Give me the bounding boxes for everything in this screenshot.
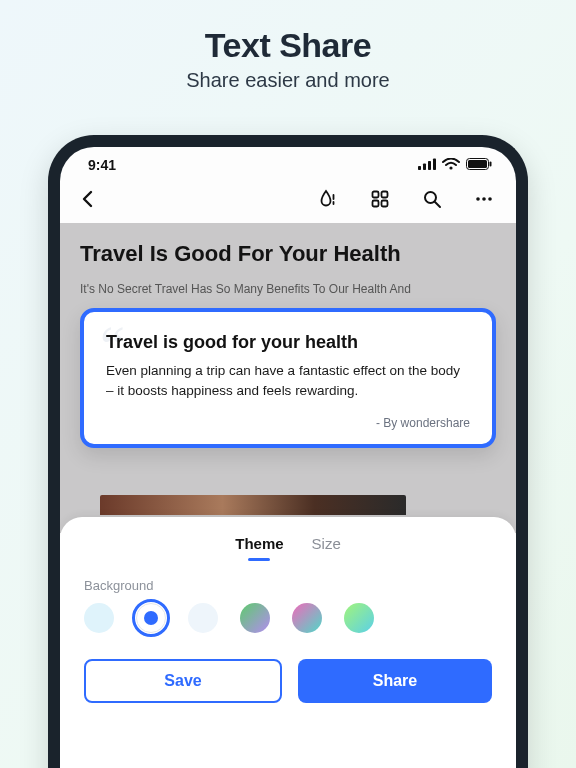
swatch-green-purple[interactable] [240,603,270,633]
svg-point-16 [476,197,480,201]
svg-rect-6 [468,160,487,168]
device-frame: 9:41 [48,135,528,768]
svg-rect-3 [433,159,436,171]
search-icon[interactable] [418,185,446,213]
quote-title: Travel is good for your health [106,332,470,353]
back-button[interactable] [74,185,102,213]
quote-body: Even planning a trip can have a fantasti… [106,361,470,402]
save-button[interactable]: Save [84,659,282,703]
svg-rect-7 [490,162,492,167]
svg-point-4 [449,166,452,169]
article-title: Travel Is Good For Your Health [80,241,496,267]
quote-attribution: - By wondershare [106,416,470,430]
svg-line-15 [435,202,440,207]
svg-rect-11 [382,192,388,198]
swatch-paleblue[interactable] [188,603,218,633]
svg-rect-1 [423,164,426,171]
wifi-icon [442,157,460,173]
share-button[interactable]: Share [298,659,492,703]
swatch-pink-teal[interactable] [292,603,322,633]
app-toolbar [60,177,516,223]
svg-rect-13 [382,201,388,207]
panel-tabs: Theme Size [84,535,492,560]
svg-rect-12 [373,201,379,207]
article-image [100,495,406,515]
signal-icon [418,157,436,173]
background-label: Background [84,578,492,593]
svg-point-17 [482,197,486,201]
article-subtitle: It's No Secret Travel Has So Many Benefi… [80,281,496,298]
ink-icon[interactable] [314,185,342,213]
svg-rect-10 [373,192,379,198]
tab-theme[interactable]: Theme [235,535,283,560]
background-swatches [84,603,492,633]
promo-title: Text Share [0,26,576,65]
tab-size[interactable]: Size [312,535,341,560]
status-time: 9:41 [88,157,116,173]
more-icon[interactable] [470,185,498,213]
grid-icon[interactable] [366,185,394,213]
swatch-white[interactable] [136,603,166,633]
svg-point-18 [488,197,492,201]
quote-card[interactable]: “ Travel is good for your health Even pl… [80,308,496,448]
article-area: Travel Is Good For Your Health It's No S… [60,223,516,533]
svg-rect-0 [418,166,421,170]
battery-icon [466,157,492,173]
swatch-lime-cyan[interactable] [344,603,374,633]
promo-subtitle: Share easier and more [0,69,576,92]
svg-rect-2 [428,161,431,170]
swatch-lightblue[interactable] [84,603,114,633]
share-panel: Theme Size Background Save Share [60,517,516,768]
status-bar: 9:41 [60,147,516,177]
